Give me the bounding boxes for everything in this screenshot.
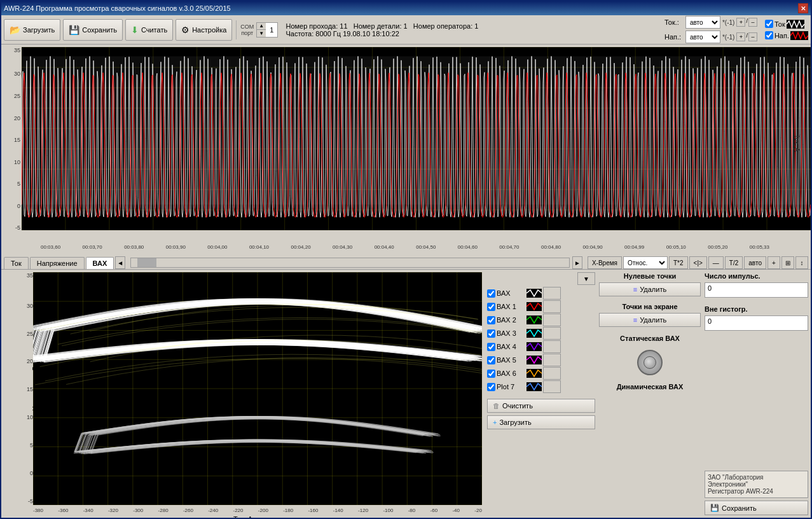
clear-btn[interactable]: 🗑 Очистить (487, 399, 595, 413)
static-bax-label: Статическая ВАХ (599, 335, 701, 342)
com-arrows[interactable]: ▲ ▼ (257, 23, 266, 37)
series-icon-6 (526, 369, 542, 378)
series-label-7: Plot 7 (497, 383, 525, 391)
load-bax-icon: + (493, 419, 497, 426)
series-cb-4[interactable] (487, 343, 495, 351)
com-spinner: ▲ ▼ 1 (256, 22, 278, 38)
series-label-6: ВАХ 6 (497, 370, 525, 377)
toggle-knob (643, 356, 656, 369)
zero-delete-btn[interactable]: ≡ Удалить (599, 282, 701, 296)
bottom-section: Напряжение, В 35 30 25 20 15 10 5 0 -5 -… (1, 270, 811, 518)
series-bar-4[interactable] (543, 340, 561, 353)
series-cb-5[interactable] (487, 356, 495, 364)
t2half-btn[interactable]: T/2 (725, 256, 743, 269)
series-bar-7[interactable] (543, 380, 561, 393)
vax-chart-canvas[interactable] (33, 272, 482, 505)
info-box: Номер прохода: 11 Номер детали: 1 Номер … (286, 22, 478, 38)
bottom-save-btn[interactable]: 💾 Сохранить (705, 501, 808, 515)
com-up-arrow[interactable]: ▲ (257, 23, 266, 30)
nap-checkbox-row: Нап. (765, 31, 808, 40)
otnos-dropdown[interactable]: Относ. (623, 256, 668, 269)
x-time-btn[interactable]: X-Время (588, 256, 622, 269)
plus-icon-btn[interactable]: + (767, 256, 780, 269)
save-icon: 💾 (69, 25, 79, 35)
auto-zoom-btn[interactable]: авто (744, 256, 766, 269)
tok-plusminus: + / – (736, 18, 757, 27)
tab-right-controls: X-Время Относ. T*2 <|> — T/2 авто + ⊞ ↕ (588, 256, 808, 269)
company-text: ЗАО "Лаборатория Электроники"Регистратор… (705, 471, 808, 498)
main-y-right-label: Ток, А (794, 134, 801, 152)
tab-scrollbar[interactable] (130, 258, 570, 268)
series-icon-3 (526, 329, 542, 338)
vax-y-ticks: 35 30 25 20 15 10 5 0 -5 (22, 272, 33, 505)
nap-slash: / (746, 32, 748, 41)
nap-plus[interactable]: + (736, 32, 745, 41)
vne-gistogr-value: 0 (705, 315, 808, 331)
series-cb-6[interactable] (487, 370, 495, 378)
tab-vax[interactable]: ВАХ (86, 257, 114, 269)
settings-button[interactable]: ⚙ Настройка (175, 19, 232, 41)
grid-icon-btn[interactable]: ⊞ (781, 256, 794, 269)
nap-checkbox[interactable] (765, 31, 773, 39)
nap-minus[interactable]: – (748, 32, 757, 41)
series-icon-4 (526, 342, 542, 351)
load-button[interactable]: 📂 Загрузить (4, 19, 60, 41)
tok-dropdown[interactable]: авто (685, 16, 720, 29)
tab-tok[interactable]: Ток (4, 257, 29, 269)
vax-chart-container: Напряжение, В 35 30 25 20 15 10 5 0 -5 -… (1, 270, 485, 518)
tok-mul: *(-1) (722, 19, 734, 26)
tabs-bar: Ток Напряжение ВАХ ◄ ► X-Время Относ. T*… (1, 252, 811, 270)
series-cb-2[interactable] (487, 316, 495, 324)
series-bar-6[interactable] (543, 367, 561, 380)
sort-down-btn[interactable]: ▼ (577, 272, 595, 285)
tok-minus[interactable]: – (748, 18, 757, 27)
save-button[interactable]: 💾 Сохранить (63, 19, 123, 41)
series-icon-5 (526, 356, 542, 364)
series-cb-3[interactable] (487, 329, 495, 338)
series-cb-1[interactable] (487, 303, 495, 311)
main-chart-container: Напряжение, В 35 30 25 20 15 10 5 0 -5 0… (1, 45, 811, 242)
series-icon-0 (526, 289, 542, 298)
series-bar-3[interactable] (543, 327, 561, 340)
series-label-0: ВАХ (497, 289, 525, 297)
main-chart-canvas[interactable] (22, 47, 811, 230)
series-bar-0[interactable] (543, 287, 561, 300)
tab-right-arrow[interactable]: ► (572, 256, 582, 269)
load-bax-btn[interactable]: + Загрузить (487, 415, 595, 429)
nap-mul: *(-1) (722, 34, 734, 41)
series-label-1: ВАХ 1 (497, 303, 525, 310)
tok-checkbox[interactable] (765, 20, 773, 28)
num-impulse-label: Число импульс. (705, 272, 808, 280)
scrollbar-thumb[interactable] (137, 258, 156, 267)
series-bar-5[interactable] (543, 354, 561, 366)
minus-btn[interactable]: — (708, 256, 724, 269)
tab-left-arrow[interactable]: ◄ (115, 256, 125, 269)
series-cb-0[interactable] (487, 289, 495, 298)
arrows-btn[interactable]: <|> (689, 256, 707, 269)
nap-dropdown[interactable]: авто (685, 31, 720, 43)
com-port-group: COM порт (240, 24, 254, 36)
tok-plus[interactable]: + (736, 18, 745, 27)
bottom-save-icon: 💾 (710, 504, 719, 512)
toggle-switch[interactable] (637, 350, 663, 375)
nap-label: Нап.: (664, 33, 684, 41)
com-down-arrow[interactable]: ▼ (257, 30, 266, 37)
tab-napryazhenie[interactable]: Напряжение (30, 257, 85, 269)
read-button[interactable]: ⬇ Считать (125, 19, 173, 41)
series-item-5: ВАХ 5 (487, 354, 595, 366)
screen-delete-btn[interactable]: ≡ Удалить (599, 313, 701, 327)
series-item-2: ВАХ 2 (487, 314, 595, 326)
series-bar-1[interactable] (543, 300, 561, 313)
close-button[interactable]: ✕ (798, 3, 808, 13)
vax-x-ticks: -380 -360 -340 -320 -300 -280 -260 -240 … (33, 505, 482, 515)
t2-btn[interactable]: T*2 (669, 256, 688, 269)
series-bar-2[interactable] (543, 314, 561, 326)
series-cb-7[interactable] (487, 383, 495, 391)
main-x-ticks: 00:03,60 00:03,70 00:03,80 00:03,90 00:0… (41, 242, 769, 252)
series-item-1: ВАХ 1 (487, 300, 595, 313)
info-line1: Номер прохода: 11 Номер детали: 1 Номер … (286, 22, 478, 30)
series-label-2: ВАХ 2 (497, 316, 525, 324)
cursor-icon-btn[interactable]: ↕ (795, 256, 808, 269)
series-label-5: ВАХ 5 (497, 356, 525, 364)
toggle-area[interactable] (599, 347, 701, 378)
